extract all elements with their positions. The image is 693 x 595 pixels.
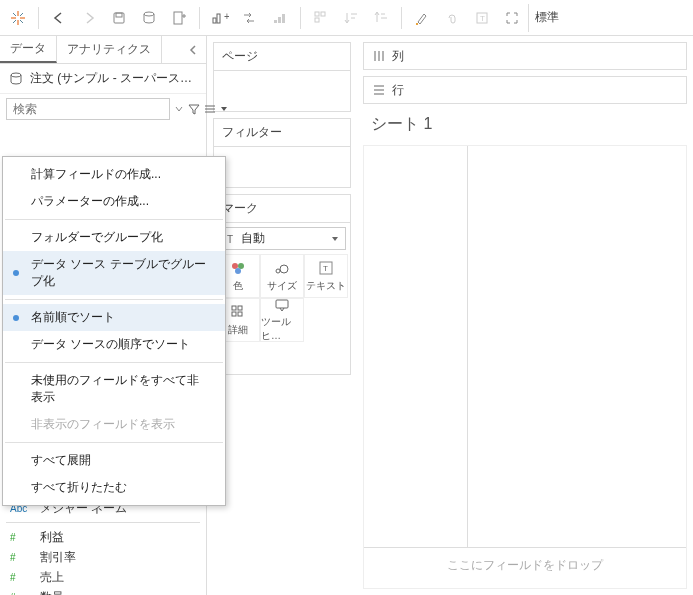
worksheet-area: 列 行 シート 1 ここにフィールドをドロップ — [357, 36, 693, 595]
sort-asc-button[interactable] — [266, 4, 294, 32]
menu-dropdown-icon[interactable] — [220, 99, 228, 119]
svg-point-40 — [276, 269, 280, 273]
svg-rect-46 — [232, 312, 236, 316]
svg-point-10 — [144, 12, 154, 16]
menu-show-hidden: 非表示のフィールドを表示 — [3, 411, 225, 438]
svg-rect-9 — [116, 13, 122, 17]
svg-rect-11 — [174, 12, 182, 24]
datasource-row[interactable]: 注文 (サンプル - スーパース… — [0, 64, 206, 94]
drop-hint: ここにフィールドをドロップ — [447, 557, 603, 574]
undo-button[interactable] — [45, 4, 73, 32]
svg-text:T: T — [323, 264, 328, 273]
menu-collapse-all[interactable]: すべて折りたたむ — [3, 474, 225, 501]
field-row[interactable]: #数量 — [0, 587, 206, 595]
svg-point-32 — [11, 73, 21, 77]
swap-button[interactable] — [236, 4, 264, 32]
tab-analytics[interactable]: アナリティクス — [57, 36, 162, 63]
datasource-icon — [8, 71, 24, 87]
svg-text:T: T — [480, 14, 485, 23]
svg-rect-15 — [217, 14, 220, 23]
bullet-icon — [13, 315, 19, 321]
marks-text-button[interactable]: T テキスト — [304, 254, 348, 298]
redo-button[interactable] — [75, 4, 103, 32]
menu-sort-name[interactable]: 名前順でソート — [3, 304, 225, 331]
group-button[interactable] — [307, 4, 335, 32]
tab-data[interactable]: データ — [0, 36, 57, 63]
columns-label: 列 — [392, 48, 404, 65]
sort-asc-icon[interactable] — [367, 4, 395, 32]
field-type-icon: # — [10, 532, 32, 543]
svg-point-38 — [238, 263, 244, 269]
marks-header: マーク — [214, 195, 350, 223]
menu-hide-unused[interactable]: 未使用のフィールドをすべて非表示 — [3, 367, 225, 411]
svg-line-7 — [20, 20, 23, 23]
field-name: 割引率 — [40, 549, 76, 566]
menu-create-calc[interactable]: 計算フィールドの作成... — [3, 161, 225, 188]
menu-create-param[interactable]: パラメーターの作成... — [3, 188, 225, 215]
svg-text:+: + — [224, 11, 229, 22]
field-row[interactable]: #割引率 — [0, 547, 206, 567]
fields-context-menu: 計算フィールドの作成... パラメーターの作成... フォルダーでグループ化 デ… — [2, 156, 226, 506]
bullet-icon — [13, 270, 19, 276]
svg-line-6 — [13, 20, 16, 23]
highlight-button[interactable] — [408, 4, 436, 32]
menu-group-table[interactable]: データ ソース テーブルでグループ化 — [3, 251, 225, 295]
columns-shelf[interactable]: 列 — [363, 42, 687, 70]
marks-tooltip-button[interactable]: ツールヒ… — [260, 298, 304, 342]
field-row[interactable]: #利益 — [0, 527, 206, 547]
text-icon: T — [319, 260, 333, 276]
text-icon: T — [225, 233, 237, 245]
svg-point-39 — [235, 268, 241, 274]
svg-rect-45 — [238, 306, 242, 310]
search-dropdown-icon[interactable] — [174, 99, 184, 119]
cards-column: ページ フィルター マーク T 自動 色 — [207, 36, 357, 595]
svg-rect-17 — [274, 20, 277, 23]
columns-icon — [372, 49, 386, 63]
field-divider — [6, 522, 200, 523]
view-options-icon[interactable] — [204, 99, 216, 119]
sheet-title[interactable]: シート 1 — [357, 104, 693, 145]
svg-rect-44 — [232, 306, 236, 310]
field-type-icon: # — [10, 552, 32, 563]
svg-rect-47 — [238, 312, 242, 316]
field-type-icon: # — [10, 572, 32, 583]
field-row[interactable]: #売上 — [0, 567, 206, 587]
field-name: 利益 — [40, 529, 64, 546]
viz-canvas[interactable]: ここにフィールドをドロップ — [363, 145, 687, 589]
text-button[interactable]: T — [468, 4, 496, 32]
search-input[interactable] — [6, 98, 170, 120]
collapse-pane-icon[interactable] — [180, 45, 206, 55]
attach-button[interactable] — [438, 4, 466, 32]
svg-line-4 — [13, 13, 16, 16]
new-worksheet-button[interactable] — [165, 4, 193, 32]
rows-icon — [372, 83, 386, 97]
svg-rect-48 — [276, 300, 288, 308]
new-data-button[interactable] — [135, 4, 163, 32]
rows-shelf[interactable]: 行 — [363, 76, 687, 104]
pages-header: ページ — [214, 43, 350, 71]
add-chart-button[interactable]: + — [206, 4, 234, 32]
svg-rect-14 — [213, 18, 216, 23]
filters-header: フィルター — [214, 119, 350, 147]
menu-sort-source[interactable]: データ ソースの順序でソート — [3, 331, 225, 358]
svg-rect-21 — [321, 12, 325, 16]
marks-type-select[interactable]: T 自動 — [218, 227, 346, 250]
tableau-logo-icon[interactable] — [4, 4, 32, 32]
pages-card: ページ — [213, 42, 351, 112]
menu-group-folder[interactable]: フォルダーでグループ化 — [3, 224, 225, 251]
color-icon — [230, 260, 246, 276]
fit-mode-label[interactable]: 標準 — [528, 4, 573, 32]
filter-icon[interactable] — [188, 99, 200, 119]
save-button[interactable] — [105, 4, 133, 32]
tooltip-icon — [275, 298, 289, 312]
field-name: 数量 — [40, 589, 64, 596]
data-pane: データ アナリティクス 注文 (サンプル - スーパース… — [0, 36, 207, 595]
svg-rect-19 — [282, 14, 285, 23]
svg-rect-22 — [315, 18, 319, 22]
fit-button[interactable] — [498, 4, 526, 32]
menu-expand-all[interactable]: すべて展開 — [3, 447, 225, 474]
filters-card: フィルター — [213, 118, 351, 188]
chevron-down-icon — [331, 235, 339, 243]
marks-size-button[interactable]: サイズ — [260, 254, 304, 298]
sort-desc-icon[interactable] — [337, 4, 365, 32]
